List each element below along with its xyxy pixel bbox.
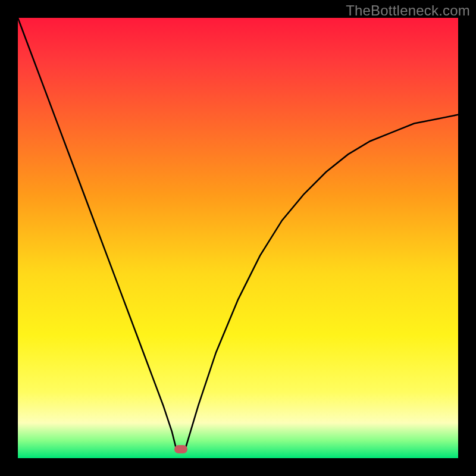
chart-frame: TheBottleneck.com	[0, 0, 476, 476]
watermark-text: TheBottleneck.com	[346, 2, 470, 19]
curve-right-branch	[185, 115, 458, 449]
curve-left-branch	[18, 18, 176, 449]
optimum-marker	[174, 445, 187, 453]
plot-area	[18, 18, 458, 458]
bottleneck-curve	[18, 18, 458, 458]
